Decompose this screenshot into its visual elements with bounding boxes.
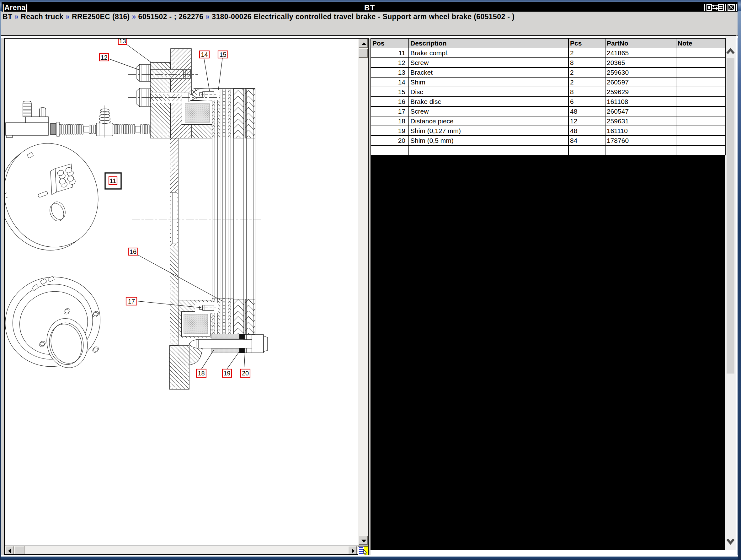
svg-text:20: 20 — [242, 370, 249, 377]
svg-text:18: 18 — [198, 370, 205, 377]
svg-text:14: 14 — [201, 51, 208, 58]
svg-text:17: 17 — [128, 298, 135, 305]
svg-text:19: 19 — [223, 370, 230, 377]
svg-text:16: 16 — [130, 248, 136, 255]
svg-text:13: 13 — [119, 39, 126, 45]
svg-text:12: 12 — [100, 54, 107, 61]
svg-text:11: 11 — [110, 177, 116, 184]
svg-text:15: 15 — [219, 51, 226, 58]
